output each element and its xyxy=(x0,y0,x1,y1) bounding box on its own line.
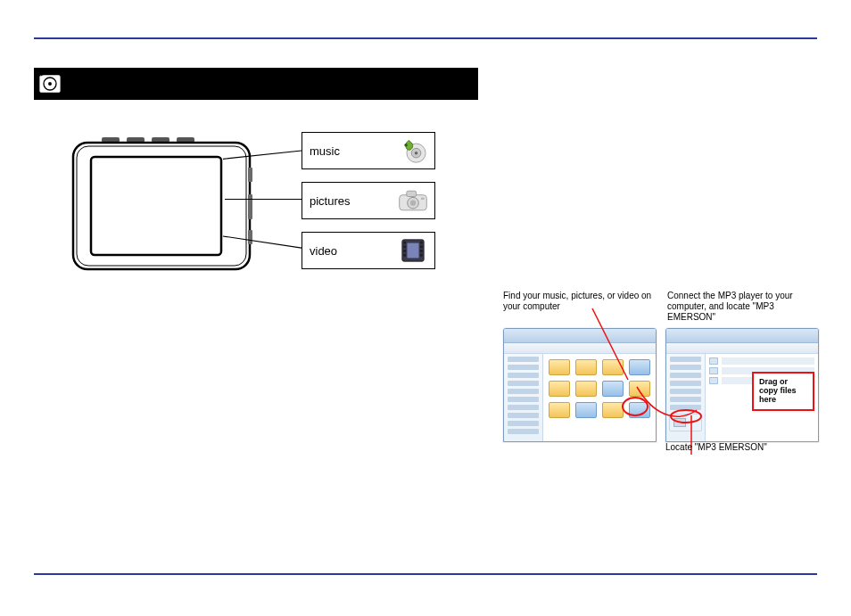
film-icon xyxy=(397,236,429,265)
svg-rect-29 xyxy=(403,250,406,252)
svg-rect-33 xyxy=(420,250,423,252)
section-header-bar xyxy=(34,68,478,100)
page-rule-bottom xyxy=(34,573,817,575)
menu-label-pictures: pictures xyxy=(310,194,351,208)
svg-rect-27 xyxy=(403,242,406,244)
disc-drive-icon xyxy=(37,71,62,96)
svg-rect-11 xyxy=(248,194,252,219)
svg-rect-9 xyxy=(91,157,221,255)
highlight-circle-drive xyxy=(670,409,702,423)
page-rule-top xyxy=(34,37,817,39)
svg-rect-21 xyxy=(407,191,417,196)
caption-locate-emerson: Locate "MP3 EMERSON" xyxy=(665,442,767,453)
camera-icon xyxy=(397,186,429,215)
speaker-music-icon xyxy=(397,136,429,165)
svg-point-23 xyxy=(410,201,416,206)
menu-label-video: video xyxy=(310,244,337,258)
mp3-player-illustration xyxy=(70,137,253,273)
svg-rect-30 xyxy=(403,254,406,257)
svg-rect-26 xyxy=(407,243,418,259)
highlight-circle-source xyxy=(622,397,649,416)
instruction-text-right: Connect the MP3 player to your computer,… xyxy=(667,291,821,323)
instruction-block: Find your music, pictures, or video on y… xyxy=(503,291,821,442)
svg-point-19 xyxy=(404,144,408,147)
menu-item-music: music xyxy=(302,132,435,169)
explorer-window-destination: Drag or copy files here xyxy=(665,328,819,442)
device-menu-diagram: music pictures xyxy=(70,132,435,292)
svg-rect-34 xyxy=(420,254,423,257)
svg-point-18 xyxy=(415,152,418,155)
menu-item-video: video xyxy=(302,232,435,269)
menu-item-pictures: pictures xyxy=(302,182,435,219)
svg-rect-31 xyxy=(420,242,423,244)
menu-item-list: music pictures xyxy=(302,132,435,282)
svg-point-2 xyxy=(48,82,52,86)
explorer-window-source xyxy=(503,328,657,442)
svg-rect-32 xyxy=(420,245,423,248)
svg-rect-28 xyxy=(403,245,406,248)
svg-rect-12 xyxy=(248,230,252,244)
instruction-text-left: Find your music, pictures, or video on y… xyxy=(503,291,657,323)
callout-drag-copy: Drag or copy files here xyxy=(752,372,814,411)
svg-rect-24 xyxy=(421,197,425,200)
svg-rect-10 xyxy=(248,168,252,182)
menu-label-music: music xyxy=(310,144,340,158)
